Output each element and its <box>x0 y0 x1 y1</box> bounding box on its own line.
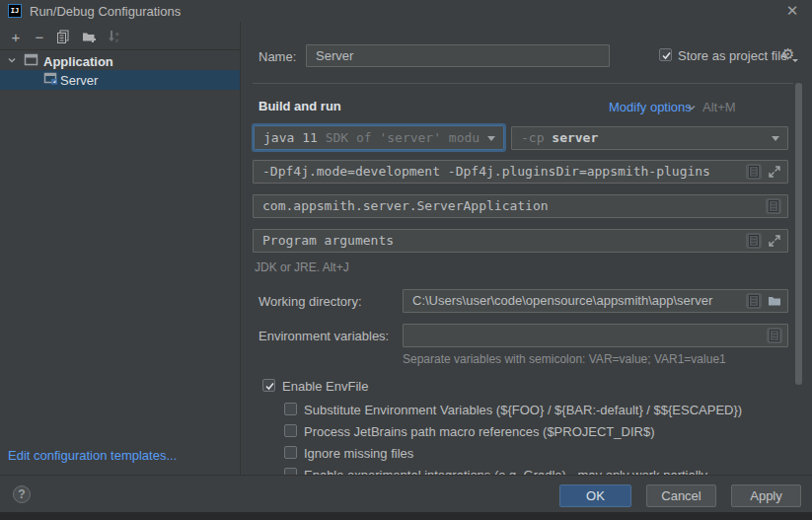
experimental-integrations-row-clipped: Enable experimental integrations (e.g. G… <box>253 466 785 475</box>
experimental-integrations-label: Enable experimental integrations (e.g. G… <box>304 468 707 475</box>
tree-item-label: Server <box>60 73 98 88</box>
copy-icon <box>56 30 70 43</box>
close-icon[interactable]: ✕ <box>782 1 802 21</box>
combo-arrow-icon[interactable] <box>487 136 495 141</box>
tree-group-label: Application <box>43 54 113 69</box>
jdk-hint: JDK or JRE. Alt+J <box>255 260 349 274</box>
ignore-missing-files-label: Ignore missing files <box>304 446 413 461</box>
jre-value: java 11 <box>263 130 318 145</box>
svg-text:a: a <box>115 31 119 37</box>
build-and-run-header: Build and run <box>258 99 341 113</box>
cp-value: server <box>552 130 598 145</box>
process-path-macros-label: Process JetBrains path macro references … <box>304 424 654 439</box>
main-class-input[interactable]: com.appsmith.server.ServerApplication <box>253 194 788 218</box>
combo-arrow-icon[interactable] <box>772 136 779 141</box>
browse-class-icon[interactable] <box>766 198 781 214</box>
main-class-value: com.appsmith.server.ServerApplication <box>262 195 760 217</box>
background-window-strip <box>0 512 812 520</box>
window-title: Run/Debug Configurations <box>30 4 181 19</box>
panel-divider <box>240 22 241 475</box>
working-directory-value: C:\Users\user\code\opensource\appsmith\a… <box>412 290 740 312</box>
intellij-logo-icon: IJ <box>8 4 22 18</box>
check-icon <box>264 381 275 392</box>
enable-envfile-label: Enable EnvFile <box>282 379 368 394</box>
insert-macros-icon[interactable] <box>746 293 762 309</box>
environment-variables-input[interactable] <box>403 324 788 347</box>
chevron-down-icon[interactable] <box>6 54 18 69</box>
plus-icon: + <box>12 29 21 45</box>
cancel-button[interactable]: Cancel <box>646 484 716 507</box>
ignore-missing-files-checkbox[interactable] <box>284 446 297 459</box>
apply-button[interactable]: Apply <box>731 484 801 507</box>
sort-alphabetically-icon: az <box>108 30 121 43</box>
enable-envfile-checkbox[interactable] <box>262 379 275 392</box>
environment-variables-hint: Separate variables with semicolon: VAR=v… <box>403 352 726 366</box>
gear-caret-icon <box>792 59 798 62</box>
new-folder-button[interactable] <box>79 27 99 46</box>
new-folder-icon <box>82 30 97 43</box>
working-directory-label: Working directory: <box>258 294 362 309</box>
program-arguments-placeholder: Program arguments <box>262 230 740 252</box>
run-configuration-icon <box>43 72 58 88</box>
section-divider <box>253 83 793 84</box>
name-value: Server <box>316 45 587 66</box>
insert-macros-icon[interactable] <box>746 233 762 249</box>
minus-icon: − <box>36 29 44 45</box>
classpath-module-combobox[interactable]: -cp server <box>511 126 788 150</box>
modify-options-shortcut: Alt+M <box>702 100 736 114</box>
store-as-project-file-checkbox[interactable] <box>659 48 672 61</box>
browse-variables-icon[interactable] <box>767 328 782 343</box>
check-icon <box>661 50 672 61</box>
svg-text:z: z <box>115 37 118 43</box>
footer-separator <box>0 475 812 476</box>
remove-configuration-button[interactable]: − <box>30 27 49 46</box>
program-arguments-input[interactable]: Program arguments <box>253 229 788 253</box>
name-label: Name: <box>258 49 296 64</box>
environment-variables-label: Environment variables: <box>258 329 389 343</box>
edit-configuration-templates-link[interactable]: Edit configuration templates... <box>8 448 177 463</box>
application-type-icon <box>24 53 38 69</box>
chevron-down-icon[interactable] <box>686 102 698 116</box>
help-button[interactable]: ? <box>13 485 31 503</box>
tree-group-application[interactable]: Application <box>0 51 240 71</box>
vertical-scrollbar[interactable] <box>795 83 802 385</box>
jre-combobox[interactable]: java 11 SDK of 'server' module <box>254 125 504 150</box>
experimental-integrations-checkbox[interactable] <box>284 468 297 475</box>
tree-item-server[interactable]: Server <box>0 70 240 90</box>
question-mark-icon: ? <box>18 487 25 501</box>
ok-button[interactable]: OK <box>559 484 631 507</box>
sort-configurations-button[interactable]: az <box>105 27 124 46</box>
process-path-macros-checkbox[interactable] <box>284 424 297 437</box>
working-directory-input[interactable]: C:\Users\user\code\opensource\appsmith\a… <box>403 289 788 313</box>
name-input[interactable]: Server <box>306 44 610 67</box>
vm-options-value: -Dpf4j.mode=development -Dpf4j.pluginsDi… <box>262 161 740 183</box>
configurations-toolbar: + − az <box>0 27 240 48</box>
store-as-project-file-label: Store as project file <box>678 48 787 63</box>
insert-macros-icon[interactable] <box>746 164 762 180</box>
substitute-env-vars-label: Substitute Environment Variables (${FOO}… <box>304 403 742 417</box>
vm-options-input[interactable]: -Dpf4j.mode=development -Dpf4j.pluginsDi… <box>253 160 788 184</box>
run-debug-configurations-dialog: IJ Run/Debug Configurations ✕ + − az <box>0 0 812 520</box>
title-bar: IJ Run/Debug Configurations ✕ <box>0 0 812 22</box>
copy-configuration-button[interactable] <box>53 27 73 46</box>
browse-folder-icon[interactable] <box>767 293 782 309</box>
expand-field-icon[interactable] <box>767 233 782 249</box>
jre-hint: SDK of 'server' module <box>326 130 480 145</box>
toolbar-separator <box>0 49 240 50</box>
add-configuration-button[interactable]: + <box>6 27 26 46</box>
expand-field-icon[interactable] <box>767 164 782 180</box>
cp-prefix: -cp <box>521 130 544 145</box>
modify-options-link[interactable]: Modify options <box>609 100 692 114</box>
substitute-env-vars-checkbox[interactable] <box>284 403 297 415</box>
